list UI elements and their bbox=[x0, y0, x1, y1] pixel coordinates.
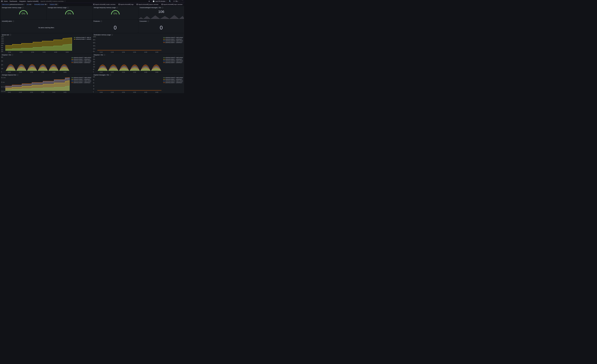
var-cluster[interactable]: ActiveMQ clusterAll▾ bbox=[33, 3, 48, 6]
panel-title: Average enqueue time bbox=[2, 74, 16, 76]
info-icon[interactable]: i bbox=[111, 34, 113, 36]
menu-icon[interactable] bbox=[1, 0, 3, 2]
legend-item[interactable]: activemq-cluster-1 - activemq-0 - topic bbox=[71, 62, 91, 63]
info-icon[interactable]: i bbox=[104, 54, 105, 56]
info-icon[interactable]: i bbox=[67, 7, 69, 8]
stat-value: 106 bbox=[158, 10, 164, 14]
chevron-down-icon: ▾ bbox=[178, 1, 179, 2]
info-icon[interactable]: i bbox=[22, 7, 24, 8]
legend-item[interactable]: activemq-cluster-1 - activemq-0 bbox=[74, 39, 91, 40]
time-range-picker[interactable]: 🕘 Last 30 minutes ▾ bbox=[152, 0, 168, 2]
panel-unacknowledged[interactable]: Unacknowledged messages / 15si 106 bbox=[139, 6, 184, 19]
var-job[interactable]: JobAll▾ bbox=[26, 3, 33, 6]
legend-item[interactable]: activemq-cluster-1 - activemq-0 - queue bbox=[163, 39, 183, 40]
gear-icon[interactable]: ⚙ bbox=[148, 0, 151, 2]
bc-dashboards[interactable]: Dashboards bbox=[9, 0, 17, 2]
legend-item[interactable]: activemq-cluster-0 - static:activemq-0 -… bbox=[163, 37, 183, 38]
info-icon[interactable]: i bbox=[148, 21, 149, 22]
info-icon[interactable]: i bbox=[10, 34, 11, 36]
chart-plot: 100806040200 13:4013:4513:5013:5514:0014… bbox=[93, 76, 163, 93]
panel-alerts[interactable]: ActiveMQ alertsi No alerts matching filt… bbox=[1, 20, 92, 33]
info-icon[interactable]: i bbox=[17, 74, 18, 76]
zoom-out-icon[interactable]: 🔍 bbox=[169, 0, 172, 2]
bc-folder[interactable]: Integration - Apache ActiveMQ bbox=[19, 0, 39, 2]
legend-item[interactable]: activemq-cluster-1 - activemq-0 - queue bbox=[71, 59, 91, 60]
panel-queue-size[interactable]: Queue sizei 1600140012001000800600400200… bbox=[1, 33, 92, 53]
panel-title: Average store memory usage bbox=[48, 7, 66, 8]
legend-item[interactable]: activemq-cluster-1 - activemq-0 - topic bbox=[163, 62, 183, 63]
legend-item[interactable]: activemq-cluster-0 - static:activemq-0 -… bbox=[71, 57, 91, 58]
var-data-source[interactable]: Data sourcegrafanacloud-k3d-prom▾ bbox=[1, 3, 25, 6]
dashboard-icon bbox=[162, 4, 163, 5]
chart-plot: 300250200150100500 13:4013:4513:5013:551… bbox=[93, 56, 163, 73]
panel-title: Dequeue / 15s bbox=[94, 54, 103, 56]
dashboard-icon bbox=[93, 4, 94, 5]
panel-title: Average broker memory usage bbox=[2, 7, 22, 8]
sparkline bbox=[139, 14, 184, 19]
refresh-label: 30s bbox=[175, 0, 178, 2]
info-icon[interactable]: i bbox=[101, 21, 102, 22]
legend-item[interactable]: activemq-cluster-0 - static:activemq-0 bbox=[74, 37, 91, 38]
share-icon[interactable]: ⤴ bbox=[65, 0, 65, 2]
legend: activemq-cluster-0 - static:activemq-0 -… bbox=[162, 56, 184, 73]
legend-item[interactable]: activemq-cluster-0 - static:activemq-0 -… bbox=[163, 40, 183, 41]
legend-item[interactable]: activemq-cluster-1 - activemq-0 - queue bbox=[163, 59, 183, 60]
legend: activemq-cluster-0 - static:activemq-0 -… bbox=[162, 76, 184, 93]
legend-item[interactable]: activemq-cluster-0 - static:activemq-0 -… bbox=[71, 77, 91, 78]
legend-item[interactable]: activemq-cluster-0 - static:activemq-0 -… bbox=[163, 77, 183, 78]
info-icon[interactable]: i bbox=[110, 74, 111, 76]
breadcrumb: Home› Dashboards› Integration - Apache A… bbox=[4, 0, 64, 2]
panel-title: Consumers bbox=[140, 20, 147, 22]
legend-item[interactable]: activemq-cluster-0 - static:activemq-0 -… bbox=[163, 60, 183, 62]
panel-store-mem[interactable]: Average store memory usagei 0% bbox=[47, 6, 92, 19]
legend-item[interactable]: activemq-cluster-1 - activemq-0 - topic bbox=[163, 82, 183, 83]
legend-item[interactable]: activemq-cluster-1 - activemq-0 - topic bbox=[163, 42, 183, 43]
panel-temp-mem[interactable]: Average temporary memory usagei 0% bbox=[93, 6, 138, 19]
legend-item[interactable]: activemq-cluster-0 - static:activemq-0 -… bbox=[163, 80, 183, 82]
link-logs[interactable]: Apache ActiveMQ logs bbox=[118, 3, 135, 6]
legend-item[interactable]: activemq-cluster-0 - static:activemq-0 -… bbox=[163, 57, 183, 58]
info-icon[interactable]: i bbox=[116, 7, 118, 8]
legend: activemq-cluster-0 - static:activemq-0ac… bbox=[73, 36, 92, 53]
legend-item[interactable]: activemq-cluster-1 - activemq-0 - queue bbox=[71, 79, 91, 80]
panel-consumers[interactable]: Consumersi 0 bbox=[138, 20, 184, 33]
link-cluster-overview[interactable]: Apache ActiveMQ cluster overview bbox=[92, 3, 116, 6]
link-topic-overview[interactable]: Apache ActiveMQ topic overview bbox=[160, 3, 183, 6]
legend-item[interactable]: activemq-cluster-0 - static:activemq-0 -… bbox=[71, 80, 91, 82]
var-instance[interactable]: InstanceAll▾ bbox=[49, 3, 58, 6]
variable-toolbar: Data sourcegrafanacloud-k3d-prom▾ JobAll… bbox=[0, 3, 185, 6]
legend-item[interactable]: activemq-cluster-0 - static:activemq-0 -… bbox=[71, 60, 91, 62]
panel-avg-enqueue[interactable]: Average enqueue timei 33.3 min25 min16.7… bbox=[1, 74, 92, 93]
panel-broker-mem[interactable]: Average broker memory usagei 0% bbox=[1, 6, 46, 19]
legend-item[interactable]: activemq-cluster-1 - activemq-0 - topic bbox=[71, 82, 91, 83]
refresh-picker[interactable]: ⟳ 30s ▾ bbox=[173, 0, 180, 2]
chevron-down-icon: ▾ bbox=[166, 1, 166, 2]
panel-dequeue[interactable]: Dequeue / 15si 300250200150100500 13:401… bbox=[93, 54, 184, 73]
refresh-icon: ⟳ bbox=[173, 0, 175, 2]
chart-plot: 1600140012001000800600400200 13:4013:451… bbox=[1, 36, 73, 53]
info-icon[interactable]: i bbox=[12, 54, 13, 56]
panel-title: Unacknowledged messages / 15s bbox=[140, 7, 161, 8]
panel-producers[interactable]: Producersi 0 bbox=[92, 20, 138, 33]
panel-enqueue[interactable]: Enqueue / 15si 4003002001000 13:4013:451… bbox=[1, 54, 92, 73]
chevron-up-icon[interactable]: ˄ bbox=[181, 0, 184, 2]
gauge-value: 0% bbox=[66, 12, 73, 15]
dashboard-icon bbox=[118, 4, 120, 5]
panel-title: Expired messages / 15s bbox=[94, 74, 109, 76]
panel-title: Queue size bbox=[2, 34, 9, 36]
legend-item[interactable]: activemq-cluster-1 - activemq-0 - queue bbox=[163, 79, 183, 80]
info-icon[interactable]: i bbox=[13, 21, 14, 22]
bc-current: Apache ActiveMQ instance overview bbox=[40, 0, 64, 2]
bc-home[interactable]: Home bbox=[4, 0, 8, 2]
panel-title: ActiveMQ alerts bbox=[2, 20, 12, 22]
info-icon[interactable]: i bbox=[162, 7, 163, 8]
panel-title: Producers bbox=[94, 20, 100, 22]
link-queue-overview[interactable]: Apache ActiveMQ queue overview bbox=[135, 3, 159, 6]
stat-value: 0 bbox=[93, 23, 138, 33]
panel-title: Average temporary memory usage bbox=[94, 7, 116, 8]
dashboard-icon bbox=[137, 4, 138, 5]
panel-expired[interactable]: Expired messages / 15si 100806040200 13:… bbox=[93, 74, 184, 93]
panel-title: Enqueue / 15s bbox=[2, 54, 11, 56]
clock-icon: 🕘 bbox=[153, 0, 155, 2]
panel-dest-mem[interactable]: Destination memory usagei 100%80%60%40%2… bbox=[93, 33, 184, 53]
